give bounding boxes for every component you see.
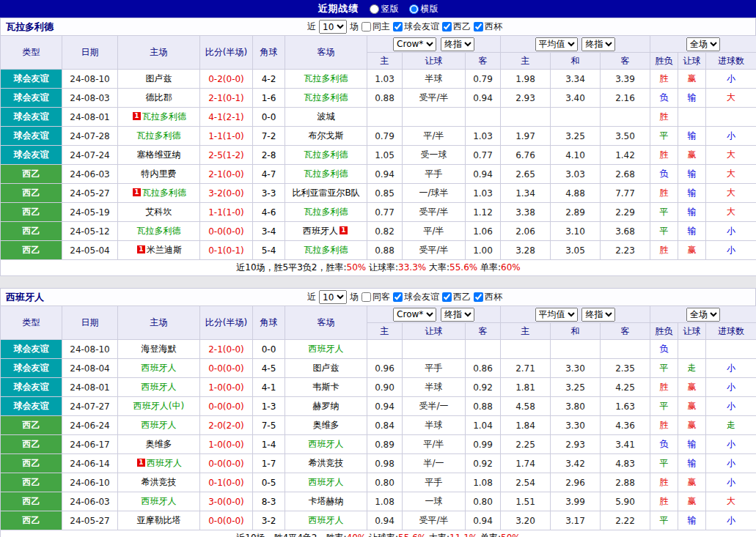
- team-link[interactable]: 瓦拉多利德: [142, 111, 186, 122]
- friendly-checkbox[interactable]: [393, 22, 403, 32]
- team-link[interactable]: 希洪竞技: [142, 477, 177, 487]
- team-link[interactable]: 特内里费: [142, 168, 177, 179]
- team-link[interactable]: 亚摩勒比塔: [137, 515, 181, 525]
- team-link[interactable]: 波城: [318, 111, 335, 122]
- team-link[interactable]: 瓦拉多利德: [137, 130, 181, 141]
- asia-odds-type-select[interactable]: 终指: [441, 37, 474, 51]
- home-team-cell: 亚摩勒比塔: [118, 511, 200, 530]
- team-link[interactable]: 西班牙人: [309, 515, 344, 525]
- score-cell: 0-1(0-0): [200, 473, 253, 492]
- euro-home-odds-cell: 3.28: [501, 241, 551, 260]
- cup-filter[interactable]: 西杯: [473, 21, 502, 33]
- league-checkbox[interactable]: [442, 292, 452, 302]
- same-venue-filter[interactable]: 同客: [361, 291, 390, 303]
- vertical-layout-radio[interactable]: [370, 4, 379, 14]
- page-title: 近期战绩: [318, 2, 359, 15]
- team-link[interactable]: 西班牙人: [309, 344, 344, 354]
- team-link[interactable]: 西班牙人: [142, 363, 177, 373]
- cup-filter[interactable]: 西杯: [473, 291, 502, 303]
- euro-away-odds-cell: 7.77: [601, 184, 650, 203]
- team-link[interactable]: 瓦拉多利德: [304, 149, 348, 160]
- friendly-filter[interactable]: 球会友谊: [392, 21, 439, 33]
- team-link[interactable]: 西班牙人(中): [133, 401, 184, 411]
- goals-result-cell: 小: [706, 511, 756, 530]
- same-venue-checkbox[interactable]: [362, 292, 371, 302]
- match-type-cell: 西乙: [1, 241, 62, 260]
- team-link[interactable]: 瓦拉多利德: [304, 92, 348, 103]
- team-link[interactable]: 西班牙人: [309, 439, 344, 449]
- team-link[interactable]: 瓦拉多利德: [137, 226, 181, 236]
- euro-home-odds-cell: 1.34: [501, 184, 551, 203]
- team-link[interactable]: 西班牙人: [142, 382, 177, 392]
- euro-home-odds-cell: 1.97: [501, 127, 551, 146]
- euro-odds-type-select[interactable]: 终指: [581, 308, 615, 322]
- team-link[interactable]: 西班牙人: [142, 496, 177, 506]
- team-link[interactable]: 瓦拉多利德: [304, 168, 348, 179]
- match-type-cell: 球会友谊: [1, 359, 62, 378]
- team-link[interactable]: 希洪竞技: [309, 458, 344, 468]
- asia-odds-type-select[interactable]: 终指: [441, 308, 474, 322]
- league-filter[interactable]: 西乙: [441, 291, 471, 303]
- col-header-euro-home: 主: [501, 53, 551, 70]
- match-count-select[interactable]: 10: [319, 290, 347, 304]
- team-link[interactable]: 布尔戈斯: [309, 130, 344, 141]
- team-link[interactable]: 奥维多: [313, 420, 340, 430]
- team-link[interactable]: 西班牙人: [147, 458, 182, 468]
- asia-home-odds-cell: 0.85: [367, 184, 403, 203]
- asia-home-odds-cell: 1.05: [367, 146, 403, 165]
- friendly-filter[interactable]: 球会友谊: [392, 291, 439, 303]
- team-link[interactable]: 海登海默: [142, 344, 177, 354]
- goals-result-cell: 小: [706, 397, 756, 416]
- goals-result-cell: 小: [706, 70, 756, 89]
- team-link[interactable]: 韦斯卡: [313, 382, 340, 392]
- asia-odds-source-select[interactable]: Crow*: [393, 37, 436, 51]
- league-filter[interactable]: 西乙: [441, 21, 471, 33]
- layout-option-vertical[interactable]: 竖版: [370, 3, 399, 15]
- team-link[interactable]: 瓦拉多利德: [142, 188, 186, 198]
- team-name: 西班牙人: [6, 291, 44, 304]
- same-venue-checkbox[interactable]: [362, 22, 371, 32]
- cup-checkbox[interactable]: [474, 292, 483, 302]
- scope-select[interactable]: 全场: [686, 308, 720, 322]
- team-link[interactable]: 艾科坎: [146, 207, 172, 217]
- euro-away-odds-cell: 4.36: [601, 416, 650, 435]
- team-link[interactable]: 卡塔赫纳: [309, 496, 344, 506]
- team-link[interactable]: 瓦拉多利德: [304, 73, 348, 84]
- team-link[interactable]: 图卢兹: [146, 73, 172, 84]
- asia-odds-source-select[interactable]: Crow*: [393, 308, 436, 322]
- team-link[interactable]: 图卢兹: [313, 363, 340, 373]
- friendly-checkbox[interactable]: [393, 292, 403, 302]
- cup-checkbox[interactable]: [474, 22, 483, 32]
- euro-away-odds-cell: 4.25: [601, 378, 650, 397]
- goals-result-cell: 小: [706, 127, 756, 146]
- handicap-result-cell: [678, 108, 706, 127]
- away-team-cell: 奥维多: [285, 416, 367, 435]
- euro-odds-source-select[interactable]: 平均值: [535, 37, 578, 51]
- team-link[interactable]: 米兰迪斯: [147, 245, 182, 255]
- asia-home-odds-cell: 0.77: [367, 203, 403, 222]
- team-link[interactable]: 西班牙人: [142, 420, 177, 430]
- team-link[interactable]: 西班牙人: [303, 226, 338, 236]
- scope-select[interactable]: 全场: [686, 37, 720, 51]
- team-name: 瓦拉多利德: [6, 21, 54, 34]
- team-link[interactable]: 塞格维亚纳: [137, 149, 181, 160]
- match-count-select[interactable]: 10: [319, 20, 347, 34]
- team-link[interactable]: 西班牙人: [309, 477, 344, 487]
- match-row: 球会友谊24-08-01西班牙人1-0(0-0)4-1韦斯卡0.90半球0.92…: [1, 378, 756, 397]
- match-row: 球会友谊24-08-04西班牙人0-0(0-0)4-5图卢兹0.96平手0.86…: [1, 359, 756, 378]
- league-checkbox[interactable]: [442, 22, 452, 32]
- euro-odds-source-select[interactable]: 平均值: [535, 308, 578, 322]
- team-link[interactable]: 赫罗纳: [313, 401, 340, 411]
- team-link[interactable]: 比利亚雷亚尔B队: [292, 188, 359, 198]
- team-link[interactable]: 奥维多: [146, 439, 172, 449]
- euro-odds-type-select[interactable]: 终指: [581, 37, 615, 51]
- checkbox-label: 西杯: [485, 21, 502, 33]
- team-link[interactable]: 瓦拉多利德: [304, 207, 348, 217]
- horizontal-layout-radio[interactable]: [409, 4, 419, 14]
- col-header-euro-home: 主: [501, 323, 551, 340]
- same-venue-filter[interactable]: 同主: [361, 21, 390, 33]
- team-link[interactable]: 德比郡: [146, 92, 172, 103]
- team-link[interactable]: 瓦拉多利德: [304, 245, 348, 255]
- result-cell: 胜: [650, 70, 678, 89]
- layout-option-horizontal[interactable]: 横版: [409, 3, 438, 15]
